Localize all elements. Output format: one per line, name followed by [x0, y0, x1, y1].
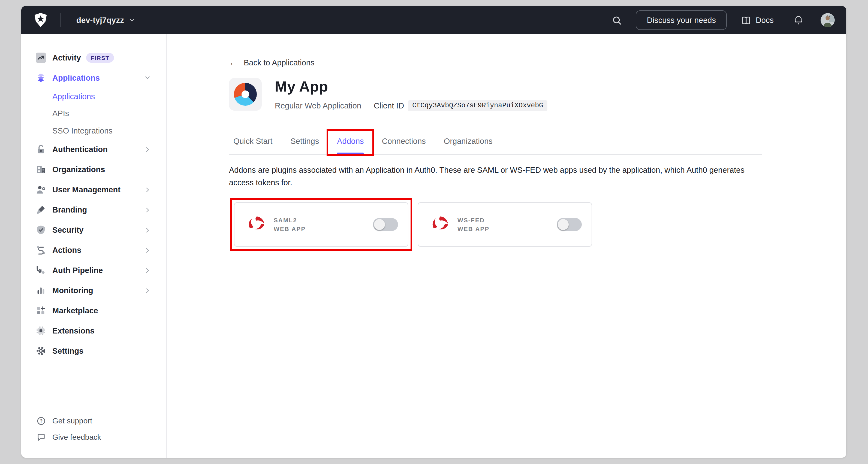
main-content: ← Back to Applications My App Regular We…	[167, 34, 846, 458]
sidebar-item-monitoring[interactable]: Monitoring	[21, 280, 166, 301]
tab-quick-start[interactable]: Quick Start	[234, 137, 272, 154]
monitoring-icon	[35, 285, 46, 296]
authentication-icon	[35, 144, 46, 155]
docs-label: Docs	[756, 16, 774, 25]
screenshot-frame: dev-tyj7qyzz Discuss your needs Docs	[0, 0, 868, 464]
addon-cards: SAML2WEB APPWS-FEDWEB APP	[229, 202, 846, 247]
sidebar-item-label: Marketplace	[52, 306, 98, 315]
tenant-name: dev-tyj7qyzz	[76, 16, 124, 25]
user-avatar[interactable]	[820, 13, 835, 27]
sidebar-item-actions[interactable]: Actions	[21, 240, 166, 260]
branding-icon	[35, 204, 46, 215]
sidebar-item-user-management[interactable]: User Management	[21, 179, 166, 200]
docs-button[interactable]: Docs	[741, 15, 774, 25]
saml2-logo-icon	[247, 215, 267, 234]
back-link[interactable]: ← Back to Applications	[229, 58, 315, 67]
app-meta: Regular Web Application Client ID CtCqy3…	[275, 100, 548, 111]
sidebar-item-organizations[interactable]: Organizations	[21, 159, 166, 179]
tab-wrap-settings: Settings	[290, 137, 319, 154]
activity-icon	[35, 52, 46, 63]
chevron-right-icon	[144, 186, 151, 193]
addon-title-line2: WEB APP	[458, 226, 489, 232]
applications-icon	[35, 72, 46, 83]
actions-icon	[35, 245, 46, 256]
discuss-your-needs-button[interactable]: Discuss your needs	[636, 10, 727, 30]
sidebar-item-marketplace[interactable]: Marketplace	[21, 301, 166, 321]
addon-card-ws-fed[interactable]: WS-FEDWEB APP	[417, 202, 592, 247]
search-icon	[612, 15, 622, 25]
sidebar-subitem-label: APIs	[52, 109, 69, 118]
chevron-right-icon	[144, 226, 151, 233]
feedback-icon	[36, 432, 46, 442]
topbar-divider	[60, 13, 61, 27]
tab-settings[interactable]: Settings	[290, 137, 319, 154]
client-id-chip: CtCqy3AvbQZSo7sE9RiynaPuiXOxvebG	[408, 100, 548, 111]
settings-icon	[35, 345, 46, 356]
sidebar-footer-label: Get support	[52, 416, 92, 425]
sidebar-item-activity[interactable]: ActivityFIRST	[21, 47, 166, 68]
ws-fed-toggle[interactable]	[557, 218, 582, 231]
tab-wrap-organizations: Organizations	[444, 137, 493, 154]
addon-card-title: SAML2WEB APP	[274, 217, 306, 232]
sidebar-item-label: Organizations	[52, 165, 105, 174]
app-window: dev-tyj7qyzz Discuss your needs Docs	[21, 6, 846, 458]
chevron-right-icon	[144, 206, 151, 213]
app-type-label: Regular Web Application	[275, 101, 361, 110]
tab-connections[interactable]: Connections	[382, 137, 426, 154]
sidebar-item-label: User Management	[52, 185, 121, 194]
sidebar-subitem-sso-integrations[interactable]: SSO Integrations	[21, 122, 166, 139]
svg-text:?: ?	[40, 418, 42, 423]
sidebar-footer-get-support[interactable]: ?Get support	[21, 412, 166, 429]
sidebar-item-label: Extensions	[52, 326, 95, 335]
toggle-knob	[558, 219, 569, 230]
chevron-right-icon	[144, 146, 151, 153]
topbar-left: dev-tyj7qyzz	[34, 12, 135, 28]
addon-title-line1: WS-FED	[458, 217, 489, 224]
addon-title-line2: WEB APP	[274, 226, 306, 232]
sidebar-item-label: Monitoring	[52, 286, 93, 295]
tab-bar: Quick StartSettingsAddonsConnectionsOrga…	[229, 137, 762, 155]
topbar-right: Discuss your needs Docs	[612, 10, 835, 30]
sidebar-footer-give-feedback[interactable]: Give feedback	[21, 429, 166, 445]
app-logo	[229, 78, 262, 111]
sidebar-item-extensions[interactable]: Extensions	[21, 321, 166, 341]
sidebar-item-settings[interactable]: Settings	[21, 341, 166, 361]
toggle-knob	[374, 219, 385, 230]
sidebar-item-label: Actions	[52, 246, 81, 255]
tab-addons[interactable]: Addons	[337, 137, 364, 154]
sidebar-item-auth-pipeline[interactable]: Auth Pipeline	[21, 260, 166, 280]
tab-organizations[interactable]: Organizations	[444, 137, 493, 154]
arrow-left-icon: ←	[229, 58, 238, 67]
sidebar-subitem-apis[interactable]: APIs	[21, 105, 166, 122]
sidebar-item-authentication[interactable]: Authentication	[21, 139, 166, 159]
tab-wrap-quick-start: Quick Start	[234, 137, 272, 154]
sidebar-item-branding[interactable]: Branding	[21, 200, 166, 220]
marketplace-icon	[35, 305, 46, 316]
body-row: ActivityFIRSTApplicationsApplicationsAPI…	[21, 34, 846, 458]
security-icon	[35, 225, 46, 235]
auth0-logo-icon[interactable]	[34, 12, 48, 28]
search-button[interactable]	[612, 15, 622, 25]
tenant-switcher[interactable]: dev-tyj7qyzz	[76, 16, 135, 25]
topbar: dev-tyj7qyzz Discuss your needs Docs	[21, 6, 846, 34]
chevron-down-icon	[144, 74, 151, 81]
sidebar-subitem-applications[interactable]: Applications	[21, 88, 166, 105]
chevron-down-icon	[129, 17, 135, 24]
help-icon: ?	[36, 416, 46, 425]
app-header: My App Regular Web Application Client ID…	[229, 78, 846, 111]
addon-card-title: WS-FEDWEB APP	[458, 217, 489, 232]
sidebar-item-applications[interactable]: Applications	[21, 68, 166, 88]
sidebar-item-label: Branding	[52, 205, 87, 214]
sidebar-item-security[interactable]: Security	[21, 220, 166, 240]
addon-title-line1: SAML2	[274, 217, 306, 224]
sidebar-nav: ActivityFIRSTApplicationsApplicationsAPI…	[21, 47, 166, 361]
saml2-toggle[interactable]	[373, 218, 398, 231]
app-info: My App Regular Web Application Client ID…	[275, 78, 548, 111]
notifications-button[interactable]	[793, 15, 804, 26]
addon-card-saml2[interactable]: SAML2WEB APP	[234, 202, 408, 247]
chevron-right-icon	[144, 246, 151, 254]
sidebar-subitem-label: Applications	[52, 92, 95, 101]
first-badge: FIRST	[86, 53, 114, 62]
organizations-icon	[35, 164, 46, 175]
ws-fed-logo-icon	[431, 215, 451, 234]
